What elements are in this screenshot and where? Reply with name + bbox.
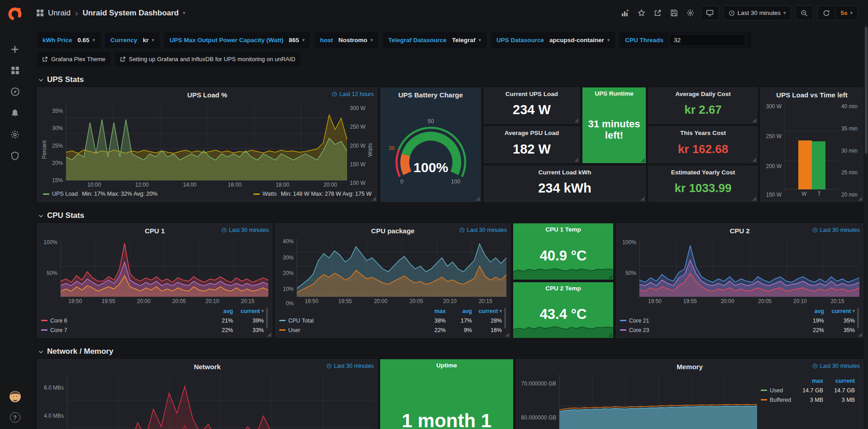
sidebar-item-dashboards[interactable] (0, 60, 30, 81)
memory-chart[interactable] (559, 374, 757, 429)
refresh-interval-dropdown[interactable]: 5s ▾ (835, 5, 858, 20)
panel-time-override[interactable]: Last 30 minutes (459, 227, 507, 233)
panel-title[interactable]: This Years Cost (649, 130, 757, 136)
section-header-network-memory[interactable]: Network / Memory (38, 347, 863, 356)
add-panel-button[interactable] (619, 7, 631, 19)
variable-value-dropdown[interactable]: apcupsd-container ▾ (549, 37, 610, 43)
panel-title[interactable]: CPU 1 Temp (513, 226, 613, 233)
ups-bar-chart[interactable]: W T (784, 102, 839, 190)
zoom-out-icon (801, 10, 808, 17)
legend-sort-avg[interactable]: avg (796, 308, 824, 314)
legend-series-toggle[interactable]: CPU Total (279, 318, 420, 324)
sidebar-item-create[interactable] (0, 39, 30, 60)
legend-item-ups-load[interactable]: UPS Load Min: 17% Max: 32% Avg: 20% (43, 191, 157, 197)
panel-resize-handle[interactable] (267, 333, 271, 337)
legend-sort-avg[interactable]: avg (446, 308, 472, 314)
legend-row: Buffered 3 MB 3 MB (761, 395, 855, 405)
panel-resize-handle[interactable] (505, 333, 509, 337)
panel-title[interactable]: Current UPS Load (484, 91, 579, 97)
variable-value-dropdown[interactable]: kr ▾ (143, 37, 154, 43)
help-button[interactable]: ? (10, 412, 20, 423)
legend-sort-current[interactable]: current ▾ (233, 308, 264, 314)
dashboard-link-plex-theme[interactable]: Grafana Plex Theme (37, 52, 110, 66)
panel-title[interactable]: Memory (677, 363, 703, 371)
legend-series-toggle[interactable]: Buffered (761, 397, 792, 403)
legend-sort-current[interactable]: current ▾ (824, 308, 855, 314)
network-chart[interactable] (67, 374, 373, 429)
legend-sort-max[interactable]: max (792, 378, 823, 384)
legend-item-watts[interactable]: Watts Min: 148 W Max: 278 W Avg: 175 W (253, 191, 372, 197)
legend-sort-max[interactable]: max (420, 308, 446, 314)
grafana-logo[interactable] (7, 5, 23, 23)
dashboard-settings-button[interactable] (684, 7, 696, 19)
variable-value-dropdown[interactable]: Nostromo ▾ (339, 37, 373, 43)
breadcrumb-dashboard-title[interactable]: Unraid System Dashboard (82, 9, 179, 18)
panel-title[interactable]: CPU 2 Temp (513, 285, 613, 292)
ups-load-chart[interactable]: 10:00 12:00 14:00 16:00 18:00 20:00 (66, 102, 347, 181)
time-picker-button[interactable]: Last 30 minutes ▾ (723, 5, 792, 20)
cycle-view-mode-button[interactable] (701, 5, 719, 20)
panel-title[interactable]: Current Load kWh (484, 169, 645, 176)
cpu1-chart[interactable]: 19:50 19:55 20:00 20:05 20:10 20:15 (60, 238, 268, 297)
legend-sort-current[interactable]: current ▾ (472, 308, 502, 314)
legend-row: Core 23 22% 35% (620, 325, 855, 335)
section-header-ups-stats[interactable]: UPS Stats (38, 75, 863, 84)
variable-value-dropdown[interactable]: 0.65 ▾ (77, 37, 95, 43)
variable-value-dropdown[interactable]: 865 ▾ (289, 37, 305, 43)
variable-value-dropdown[interactable]: Telegraf ▾ (452, 37, 481, 43)
page-scrollbar-thumb[interactable] (865, 27, 868, 154)
zoom-out-button[interactable] (795, 5, 813, 20)
chevron-down-icon (38, 213, 44, 219)
panel-time-override[interactable]: Last 30 minutes (326, 363, 374, 369)
cpu-package-chart[interactable]: 19:50 19:55 20:00 20:05 20:10 20:15 (296, 238, 506, 297)
sidebar-item-alerting[interactable] (0, 102, 30, 124)
panel-time-override[interactable]: Last 30 minutes (221, 227, 269, 233)
share-dashboard-button[interactable] (652, 7, 664, 19)
panel-title[interactable]: UPS Load % (187, 91, 227, 99)
dashboard-link-ups-monitoring-guide[interactable]: Setting up Grafana and InfluxDB for UPS … (115, 52, 300, 66)
panel-title[interactable]: Estimated Yearly Cost (649, 169, 757, 176)
gauge-mid-label: 50 (428, 118, 434, 125)
panel-resize-handle[interactable] (372, 197, 376, 201)
panel-title[interactable]: CPU package (371, 227, 415, 235)
panel-title[interactable]: Average PSU Load (484, 130, 579, 136)
legend-scrollbar[interactable] (504, 308, 506, 328)
mark-favorite-button[interactable] (635, 7, 648, 19)
legend-series-toggle[interactable]: Core 21 (620, 318, 796, 324)
panel-title[interactable]: Uptime (380, 362, 513, 369)
cpu2-chart[interactable]: 19:50 19:55 20:00 20:05 20:10 20:15 (639, 238, 859, 297)
legend-sort-current[interactable]: current (823, 378, 855, 384)
legend-scrollbar[interactable] (857, 308, 859, 328)
breadcrumb-folder[interactable]: Unraid (48, 9, 71, 18)
save-dashboard-button[interactable] (668, 7, 680, 19)
legend-sort-avg[interactable]: avg (205, 308, 233, 314)
panel-title[interactable]: Network (194, 363, 220, 371)
legend-series-toggle[interactable]: Core 6 (41, 318, 205, 324)
panel-time-override[interactable]: Last 30 minutes (812, 363, 860, 369)
panel-title[interactable]: CPU 2 (730, 227, 749, 235)
legend-series-toggle[interactable]: User (279, 327, 420, 333)
section-header-cpu-stats[interactable]: CPU Stats (38, 211, 863, 220)
legend-scrollbar[interactable] (266, 308, 268, 328)
panel-time-override[interactable]: Last 12 hours (332, 91, 374, 97)
panel-resize-handle[interactable] (858, 333, 862, 337)
refresh-button[interactable] (817, 5, 835, 20)
breadcrumb-separator-icon: › (75, 8, 78, 18)
legend-series-toggle[interactable]: Used (761, 387, 792, 394)
user-avatar[interactable] (9, 390, 21, 404)
panel-title[interactable]: CPU 1 (145, 227, 165, 235)
x-axis-ticks: 10:00 12:00 14:00 16:00 18:00 20:00 (66, 180, 347, 188)
panel-title[interactable]: UPS Runtime (582, 90, 646, 97)
panel-title[interactable]: Average Daily Cost (649, 91, 757, 97)
panel-time-override[interactable]: Last 30 minutes (812, 227, 860, 233)
legend-series-toggle[interactable]: Core 7 (41, 327, 205, 333)
legend-series-toggle[interactable]: Core 23 (620, 327, 796, 333)
panel-resize-handle[interactable] (858, 197, 862, 201)
variable-cpu-threads-input[interactable]: 32 (669, 34, 746, 46)
panel-title[interactable]: UPS Battery Charge (398, 91, 463, 99)
sidebar-item-configuration[interactable] (0, 124, 30, 145)
sidebar-item-server-admin[interactable] (0, 145, 30, 166)
sidebar-item-explore[interactable] (0, 81, 30, 102)
panel-resize-handle[interactable] (476, 197, 480, 201)
panel-title[interactable]: UPS Load vs Time left (776, 91, 847, 99)
